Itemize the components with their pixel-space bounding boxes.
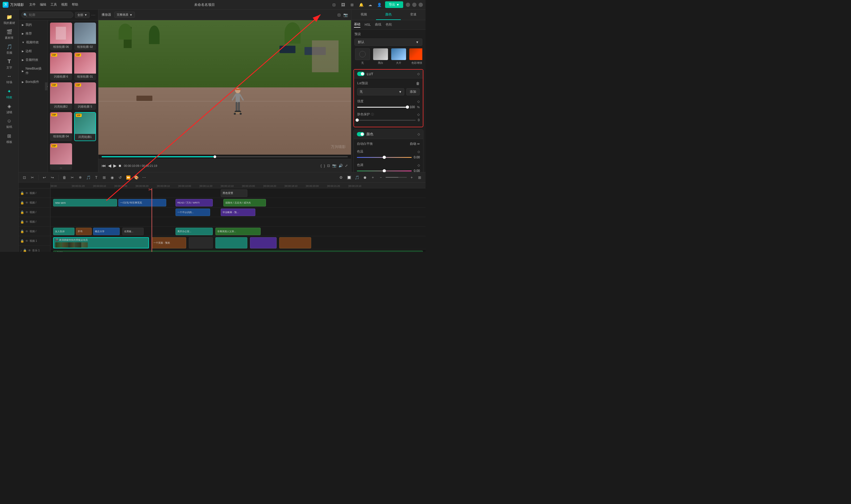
track-audio-lock-icon[interactable]: 🔒 (23, 249, 27, 252)
clip-page-preview[interactable]: 一个页面 - 预览 (152, 237, 186, 248)
tl-cut-btn[interactable]: ✂ (69, 174, 75, 181)
camera-snap-icon[interactable]: 📷 (332, 164, 336, 168)
clip-unknown-person[interactable]: 一个不认识的... (175, 209, 210, 216)
track-3-lock-icon[interactable]: 🔒 (20, 220, 24, 224)
tl-snap-btn[interactable]: 🔲 (346, 174, 352, 181)
clip-daily-book[interactable]: 一/日/无/书/百事荒芜 (118, 199, 166, 206)
tl-zoom-slider[interactable] (386, 177, 407, 178)
lut-skin-thumb[interactable] (355, 119, 359, 122)
tool-assets-library[interactable]: 🎬 素材库 (1, 27, 18, 41)
playhead[interactable]: ✂ (152, 188, 152, 252)
tool-sticker[interactable]: ☺ 贴纸 (1, 116, 18, 131)
lut-preset-select[interactable]: 无 ▼ (357, 88, 404, 95)
clip-concept-uni[interactable]: 概念大学 (93, 228, 120, 235)
effect-card-3[interactable]: VIP 闪烁轮廓 6 (50, 52, 72, 80)
preset-default-select[interactable]: 默认 ▼ (354, 38, 422, 46)
clip-woman[interactable]: 女人告诉 (53, 228, 74, 235)
tl-select-tool[interactable]: ⊡ (21, 174, 28, 181)
skin-info-icon[interactable]: ⓘ (371, 112, 374, 116)
tl-undo-btn[interactable]: ↩ (41, 174, 48, 181)
menu-edit[interactable]: 编辑 (40, 2, 46, 7)
tl-audio-snap-btn[interactable]: 🎵 (354, 174, 360, 181)
effect-card-6[interactable]: VIP 闪烁轮廓 5 (74, 83, 96, 110)
preset-film[interactable]: 大片 (390, 48, 406, 65)
tool-text[interactable]: T 文字 (1, 57, 18, 71)
preset-none[interactable]: 无 (354, 48, 370, 65)
effect-card-9[interactable]: VIP ... (50, 143, 72, 170)
progress-thumb[interactable] (213, 156, 216, 158)
color-diamond-icon[interactable]: ◇ (418, 132, 420, 136)
bracket-right-icon[interactable]: } (324, 164, 325, 168)
tl-blade-tool[interactable]: ✂ (29, 174, 36, 181)
color-temp-slider[interactable] (357, 157, 412, 158)
clip-black-bg[interactable]: 黑色背景 (221, 190, 247, 197)
image-icon[interactable]: 🖼 (340, 2, 346, 8)
effect-card-8[interactable]: VIP 闪亮轮廓1 (74, 112, 96, 141)
tool-template[interactable]: ⊞ 模板 (1, 131, 18, 146)
clip-graduation[interactable]: 毕业帷幕 - 预... (221, 209, 255, 216)
tl-settings-btn[interactable]: ⚙ (338, 174, 344, 181)
lut-strength-thumb[interactable] (406, 106, 409, 109)
progress-bar[interactable] (102, 156, 348, 157)
clip-open-book[interactable]: 开书 (76, 228, 92, 235)
collapse-panel-btn[interactable]: ‹ (45, 83, 48, 90)
track-2-eye-icon[interactable]: 👁 (25, 230, 29, 233)
cloud-icon[interactable]: ☁ (367, 2, 374, 8)
clip-leave-office[interactable]: 离开办公室... (175, 228, 213, 235)
tl-crop-btn[interactable]: ⊞ (101, 174, 107, 181)
menu-view[interactable]: 视图 (61, 2, 68, 7)
track-3-eye-icon[interactable]: 👁 (25, 220, 29, 224)
playback-mode-icon[interactable]: ⊡ (327, 164, 330, 168)
cat-recommend[interactable]: ▶ 推荐 (19, 29, 48, 38)
user-icon[interactable]: 👤 (376, 2, 382, 8)
cat-newblue[interactable]: ▶ NewBlue插件 (19, 64, 48, 77)
effect-card-2[interactable]: 纸张轮廓 02 (74, 22, 96, 50)
subtab-colorwheel[interactable]: 色轮 (386, 22, 392, 28)
auto-balance-button[interactable]: 自动 ✏ (410, 142, 420, 146)
clip-new-sem[interactable]: new sem (53, 199, 117, 206)
tool-my-assets[interactable]: 📁 我的素材 (1, 12, 18, 26)
close-button[interactable]: ✕ (419, 3, 423, 7)
effect-card-4[interactable]: VIP 纸张轮廓 01 (74, 52, 96, 80)
tl-record-btn[interactable]: ⏺ (362, 174, 368, 181)
tl-rotate-btn[interactable]: ↺ (117, 174, 123, 181)
snapshot-icon[interactable]: 📷 (343, 13, 348, 17)
track-1-eye-icon[interactable]: 👁 (25, 239, 29, 243)
subtab-curves[interactable]: 曲线 (375, 22, 381, 28)
tl-track-add-btn[interactable]: ＋ (370, 174, 376, 181)
clip-black-board[interactable]: 在黑板... (122, 228, 144, 235)
volume-icon[interactable]: 🔊 (338, 164, 343, 168)
tint-thumb[interactable] (383, 169, 386, 172)
effect-card-7[interactable]: VIP 纸张轮廓 04 (50, 112, 72, 141)
subtab-basic[interactable]: 基础 (354, 22, 360, 28)
skin-diamond-icon[interactable]: ◇ (417, 113, 420, 116)
tl-more-btn[interactable]: ⋯ (141, 174, 147, 181)
bracket-left-icon[interactable]: { (320, 164, 322, 168)
tl-zoom-in-btn[interactable]: ＋ (409, 174, 415, 181)
grid-icon[interactable]: ⊞ (349, 2, 355, 8)
lut-add-button[interactable]: 添加 (406, 88, 420, 95)
temp-thumb[interactable] (383, 156, 386, 159)
menu-help[interactable]: 帮助 (72, 2, 78, 7)
tl-speed-btn[interactable]: ⏩ (125, 174, 132, 181)
cat-audio-effects[interactable]: ▶ 音频特效 (19, 55, 48, 64)
quality-select[interactable]: 完整画质 ▼ (114, 12, 135, 18)
tl-zoom-out-btn[interactable]: － (378, 174, 384, 181)
menu-tools[interactable]: 工具 (51, 2, 57, 7)
tab-video[interactable]: 视频 (351, 10, 376, 20)
preset-bw[interactable]: 黑白 (372, 48, 388, 65)
tool-audio[interactable]: 🎵 音频 (1, 42, 18, 56)
color-tint-slider[interactable] (357, 170, 412, 172)
clip-video-4[interactable] (279, 237, 311, 248)
tl-split-audio-btn[interactable]: 🎵 (85, 174, 91, 181)
lut-skin-slider[interactable] (357, 120, 416, 121)
play-pause-btn[interactable]: ▶ (113, 163, 117, 168)
subtab-hsl[interactable]: HSL (365, 23, 371, 27)
effects-filter-btn[interactable]: 全部 ▼ (75, 12, 90, 18)
tool-transition[interactable]: ↔ 转场 (1, 72, 18, 86)
strength-diamond-icon[interactable]: ◇ (417, 100, 420, 103)
tint-diamond-icon[interactable]: ◇ (418, 163, 420, 167)
bell-icon[interactable]: 🔔 (358, 2, 364, 8)
cat-video-effects[interactable]: ▼ 视频特效 (19, 38, 48, 47)
color-toggle[interactable] (357, 132, 364, 136)
